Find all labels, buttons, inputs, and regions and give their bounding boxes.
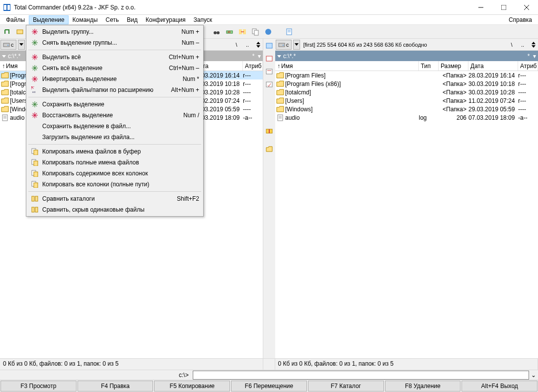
file-row[interactable]: [totalcmd]<Папка>30.03.2019 10:28---- (275, 88, 538, 96)
file-row[interactable]: audiolog20607.03.2019 18:09-a-- (275, 113, 538, 122)
menu-item[interactable]: Снять всё выделениеCtrl+Num – (27, 63, 202, 74)
menu-start[interactable]: Запуск (190, 15, 217, 24)
command-input[interactable] (193, 371, 529, 380)
left-up-button[interactable]: .. (243, 41, 251, 49)
menu-help[interactable]: Справка (505, 15, 536, 24)
menu-item[interactable]: Копировать содержимое всех колонок (27, 168, 202, 179)
menu-view[interactable]: Вид (123, 15, 142, 24)
menu-item[interactable]: Сохранить выделение в файл... (27, 121, 202, 132)
right-col-date[interactable]: Дата (468, 61, 518, 71)
right-freespace: [first] 225 554 604 Кб из 243 568 636 Кб… (304, 42, 427, 48)
file-size: <Папка> (439, 72, 468, 79)
menu-net[interactable]: Сеть (102, 15, 123, 24)
right-drive-button[interactable]: c (276, 40, 292, 50)
left-root-button[interactable]: \ (232, 41, 240, 49)
file-attr: r--- (518, 72, 538, 79)
left-drive-button[interactable]: c (0, 40, 16, 50)
notepad-icon[interactable] (283, 26, 295, 37)
f5-button[interactable]: F5 Копирование (154, 381, 230, 392)
menu-item[interactable]: Загрузить выделение из файла... (27, 132, 202, 143)
menu-item[interactable]: Сравнить каталогиShift+F2 (27, 193, 202, 204)
file-row[interactable]: [Windows]<Папка>29.03.2019 05:59---- (275, 105, 538, 113)
menu-item[interactable]: Снять выделение группы...Num – (27, 37, 202, 48)
file-size: <Папка> (439, 80, 468, 87)
refresh-icon[interactable] (1, 26, 13, 37)
right-root-button[interactable]: \ (508, 41, 516, 49)
ftp-icon[interactable] (262, 26, 274, 37)
mid-gift-icon[interactable] (264, 125, 274, 135)
file-row[interactable]: [Program Files (x86)]<Папка>30.03.2019 1… (275, 79, 538, 88)
left-col-attr[interactable]: Атриб (243, 61, 263, 71)
right-col-name[interactable]: ↑Имя (275, 61, 419, 71)
svg-line-111 (33, 113, 35, 115)
menu-item[interactable]: ansform="translate(7,7)">extВыделить фай… (27, 84, 202, 95)
command-dropdown-icon[interactable]: ⌄ (529, 372, 538, 379)
f7-button[interactable]: F7 Каталог (308, 381, 384, 392)
menu-files[interactable]: Файлы (2, 15, 29, 24)
copy-icon[interactable] (249, 26, 261, 37)
menu-item[interactable]: Восстановить выделениеNum / (27, 110, 202, 121)
tool2-icon[interactable] (14, 26, 26, 37)
menu-item[interactable]: Выделить всёCtrl+Num + (27, 52, 202, 63)
menu-item[interactable]: Сравнить, скрыв одинаковые файлы (27, 204, 202, 215)
menu-item-shortcut: Shift+F2 (177, 195, 199, 202)
left-drive-letter: c (11, 42, 14, 48)
menu-item-icon (30, 169, 39, 177)
file-row[interactable]: [Users]<Папка>11.02.2019 07:24r--- (275, 96, 538, 105)
left-favorites-button[interactable]: * ▾ (252, 53, 261, 60)
right-col-size[interactable]: Размер (439, 61, 468, 71)
close-button[interactable] (515, 0, 538, 15)
menu-item[interactable]: Копировать полные имена файлов (27, 157, 202, 168)
svg-rect-20 (3, 43, 9, 47)
altf4-button[interactable]: Alt+F4 Выход (461, 381, 538, 392)
svg-text:ab: ab (228, 30, 231, 33)
right-col-type[interactable]: Тип (419, 61, 439, 71)
menu-item[interactable]: Инвертировать выделениеNum * (27, 74, 202, 84)
folder-icon (276, 97, 284, 105)
minimize-button[interactable] (469, 0, 492, 15)
file-type: log (419, 114, 439, 121)
right-file-list[interactable]: [Program Files]<Папка>28.03.2019 16:14r-… (275, 71, 538, 358)
svg-line-109 (33, 115, 35, 117)
f3-button[interactable]: F3 Просмотр (0, 381, 77, 392)
right-updown-icon[interactable] (530, 41, 538, 49)
svg-rect-123 (35, 207, 38, 212)
menu-item[interactable]: Копировать имена файлов в буфер (27, 146, 202, 157)
binoculars-icon[interactable] (211, 26, 223, 37)
f6-button[interactable]: F6 Перемещение (231, 381, 307, 392)
menu-item[interactable]: Копировать все колонки (полные пути) (27, 179, 202, 190)
svg-point-9 (217, 31, 220, 34)
right-path-bar[interactable]: c:\*.* * ▾ (275, 51, 538, 61)
svg-point-21 (7, 45, 8, 46)
menu-selection[interactable]: Выделение (29, 15, 69, 24)
menu-item-label: Выделить файлы/папки по расширению (42, 86, 171, 93)
right-col-attr[interactable]: Атриб (518, 61, 538, 71)
svg-rect-120 (32, 196, 34, 201)
f8-button[interactable]: F8 Удаление (385, 381, 461, 392)
right-drive-dropdown[interactable] (293, 40, 300, 50)
folder-icon (1, 80, 9, 88)
right-up-button[interactable]: .. (519, 41, 527, 49)
menu-item-icon (30, 148, 39, 156)
mid-icon-1[interactable] (264, 41, 274, 51)
mid-icon-3[interactable] (264, 67, 274, 77)
mid-icon-4[interactable] (264, 79, 274, 89)
mid-icon-2[interactable] (264, 54, 274, 64)
left-updown-icon[interactable] (254, 41, 262, 49)
svg-line-74 (35, 68, 37, 70)
menu-item[interactable]: Выделить группу...Num + (27, 26, 202, 37)
sync-icon[interactable] (236, 26, 248, 37)
right-status: 0 Кб из 0 Кб, файлов: 0 из 1, папок: 0 и… (275, 359, 538, 370)
mid-folder-icon[interactable] (264, 144, 274, 154)
menu-item-icon (30, 75, 39, 83)
f4-button[interactable]: F4 Правка (77, 381, 154, 392)
maximize-button[interactable] (492, 0, 515, 15)
right-favorites-button[interactable]: * ▾ (528, 53, 536, 60)
svg-rect-4 (501, 5, 506, 10)
left-drive-dropdown[interactable] (18, 40, 25, 50)
rename-icon[interactable]: ab (224, 26, 235, 37)
menu-config[interactable]: Конфигурация (142, 15, 190, 24)
menu-commands[interactable]: Команды (69, 15, 102, 24)
file-row[interactable]: [Program Files]<Папка>28.03.2019 16:14r-… (275, 71, 538, 79)
menu-item[interactable]: Сохранить выделение (27, 99, 202, 110)
